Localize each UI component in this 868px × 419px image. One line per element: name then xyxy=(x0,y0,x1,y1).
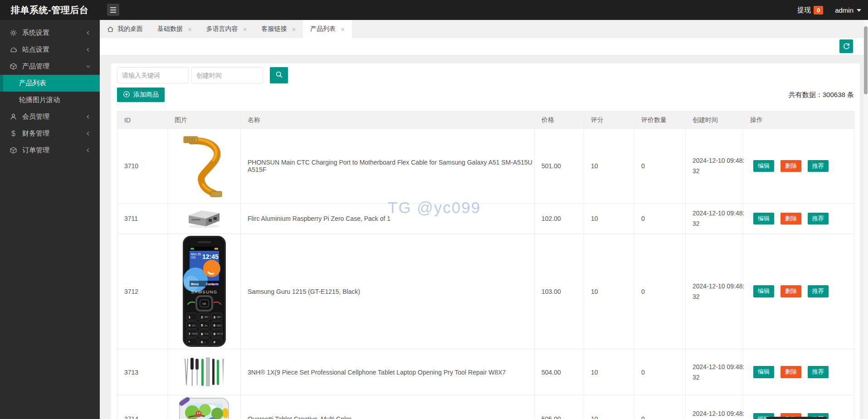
sidebar-item-carousel-images[interactable]: 轮播图片滚动 xyxy=(0,92,100,108)
cell-created: 2024-12-10 09:48:32 xyxy=(686,395,743,419)
cell-created: 2024-12-10 09:48:32 xyxy=(686,129,743,204)
cell-reviews: 0 xyxy=(634,349,686,395)
svg-text:12:45: 12:45 xyxy=(202,253,219,260)
hamburger-menu-icon[interactable] xyxy=(107,4,119,16)
svg-text:5: 5 xyxy=(201,323,203,327)
svg-text:OK: OK xyxy=(202,302,206,305)
svg-text:0: 0 xyxy=(201,340,203,344)
created-date-input[interactable] xyxy=(191,67,263,83)
sidebar-item-member-management[interactable]: 会员管理 xyxy=(0,108,100,125)
sidebar-item-product-list[interactable]: 产品列表 xyxy=(0,75,100,92)
search-row xyxy=(117,67,854,83)
delete-button[interactable]: 删除 xyxy=(780,213,801,224)
cell-image xyxy=(168,395,241,419)
cell-reviews: 0 xyxy=(634,234,686,349)
delete-button[interactable]: 删除 xyxy=(780,160,801,172)
tab-my-desktop[interactable]: 我的桌面 xyxy=(100,20,150,38)
table-row: 3712 xyxy=(117,234,854,349)
svg-text:ABC: ABC xyxy=(204,316,209,318)
dollar-icon: $ xyxy=(10,130,17,137)
user-icon xyxy=(10,113,17,121)
svg-text:PQRS: PQRS xyxy=(192,333,198,335)
content-area: 添加商品 共有数据：300638 条 ID 图片 名称 xyxy=(100,38,863,419)
cell-created: 2024-12-10 09:48:32 xyxy=(686,234,743,349)
cell-id: 3711 xyxy=(117,204,168,234)
table-header-row: ID 图片 名称 价格 评分 评价数量 创建时间 操作 xyxy=(117,112,854,129)
refresh-button[interactable] xyxy=(839,39,853,53)
cell-price: 504.00 xyxy=(535,349,584,395)
cell-rating: 10 xyxy=(584,234,634,349)
col-price: 价格 xyxy=(535,112,584,129)
sidebar-item-site-settings[interactable]: 站点设置 xyxy=(0,41,100,58)
chevron-down-icon xyxy=(857,9,861,12)
close-icon[interactable]: × xyxy=(188,26,192,33)
tab-product-list[interactable]: 产品列表 × xyxy=(303,20,352,38)
keyword-input[interactable] xyxy=(117,67,189,83)
close-icon[interactable]: × xyxy=(243,26,247,33)
cell-image: Mon 25 Oct 12:45 Menu Contacts SAMSUNG xyxy=(168,234,241,349)
topbar-right: 提现 0 admin xyxy=(797,0,861,20)
user-menu[interactable]: admin xyxy=(835,6,861,14)
sidebar-item-product-management[interactable]: 产品管理 xyxy=(0,58,100,75)
svg-text:6: 6 xyxy=(213,323,215,327)
tab-basic-data[interactable]: 基础数据 × xyxy=(150,20,199,38)
svg-text:8: 8 xyxy=(201,332,203,336)
cell-reviews: 0 xyxy=(634,129,686,204)
cloud-icon xyxy=(10,46,17,54)
edit-button[interactable]: 编辑 xyxy=(753,285,774,297)
edit-button[interactable]: 编辑 xyxy=(753,366,774,378)
products-table: ID 图片 名称 价格 评分 评价数量 创建时间 操作 xyxy=(117,111,854,419)
cell-actions: 编辑 删除 推荐 xyxy=(743,204,854,234)
col-actions: 操作 xyxy=(743,112,854,129)
col-id: ID xyxy=(117,112,168,129)
cell-name: PHONSUN Main CTC Charging Port to Mother… xyxy=(241,129,535,204)
chevron-left-icon xyxy=(85,46,92,53)
tabbar: 我的桌面 基础数据 × 多语言内容 × 客服链接 × 产品列表 × xyxy=(100,20,868,38)
sidebar-item-order-management[interactable]: 订单管理 xyxy=(0,142,100,159)
actions-row: 添加商品 共有数据：300638 条 xyxy=(117,88,854,102)
edit-button[interactable]: 编辑 xyxy=(753,160,774,172)
svg-text:GHI: GHI xyxy=(192,325,195,327)
cell-created: 2024-12-10 09:48:32 xyxy=(686,349,743,395)
topbar: 排单系统-管理后台 提现 0 admin xyxy=(0,0,868,20)
horizontal-scrollbar-thumb[interactable] xyxy=(766,417,827,419)
products-table-wrap: ID 图片 名称 价格 评分 评价数量 创建时间 操作 xyxy=(117,111,854,419)
withdraw-link[interactable]: 提现 xyxy=(797,6,811,15)
cell-actions: 编辑 删除 推荐 xyxy=(743,395,854,419)
vertical-scrollbar[interactable] xyxy=(863,20,868,419)
toolbar-strip xyxy=(100,38,863,55)
close-icon[interactable]: × xyxy=(292,26,296,33)
cell-name: Samsung Guru 1215 (GT-E1215, Black) xyxy=(241,234,535,349)
delete-button[interactable]: 删除 xyxy=(780,366,801,378)
col-image: 图片 xyxy=(168,112,241,129)
cell-reviews: 0 xyxy=(634,204,686,234)
tab-multilanguage[interactable]: 多语言内容 × xyxy=(199,20,254,38)
table-row: 3710 xyxy=(117,129,854,204)
recommend-button[interactable]: 推荐 xyxy=(808,285,829,297)
product-image-samsung-phone: Mon 25 Oct 12:45 Menu Contacts SAMSUNG xyxy=(183,236,226,347)
svg-text:Menu: Menu xyxy=(191,283,199,286)
svg-text:Contacts: Contacts xyxy=(206,283,219,286)
close-icon[interactable]: × xyxy=(341,26,345,33)
recommend-button[interactable]: 推荐 xyxy=(808,213,829,224)
chevron-left-icon xyxy=(85,29,92,36)
search-button[interactable] xyxy=(270,67,288,83)
tab-service-links[interactable]: 客服链接 × xyxy=(254,20,303,38)
withdraw-count-badge: 0 xyxy=(814,6,823,15)
app-title: 排单系统-管理后台 xyxy=(11,4,88,16)
cell-name: 3NH® 1X(9 Piece Set Professional Cellpho… xyxy=(241,349,535,395)
cell-actions: 编辑 删除 推荐 xyxy=(743,234,854,349)
chevron-left-icon xyxy=(85,130,92,137)
sidebar-item-finance-management[interactable]: $ 财务管理 xyxy=(0,125,100,142)
col-rating: 评分 xyxy=(584,112,634,129)
product-image-aluminum-case xyxy=(185,208,223,229)
delete-button[interactable]: 删除 xyxy=(780,285,801,297)
recommend-button[interactable]: 推荐 xyxy=(808,160,829,172)
recommend-button[interactable]: 推荐 xyxy=(808,366,829,378)
cell-name: Quercetti Tablet Creativo, Multi Color xyxy=(241,395,535,419)
add-product-button[interactable]: 添加商品 xyxy=(117,88,165,102)
sidebar-item-system-settings[interactable]: 系统设置 xyxy=(0,24,100,41)
vertical-scrollbar-thumb[interactable] xyxy=(864,26,868,94)
chevron-down-icon xyxy=(85,63,92,70)
edit-button[interactable]: 编辑 xyxy=(753,213,774,224)
